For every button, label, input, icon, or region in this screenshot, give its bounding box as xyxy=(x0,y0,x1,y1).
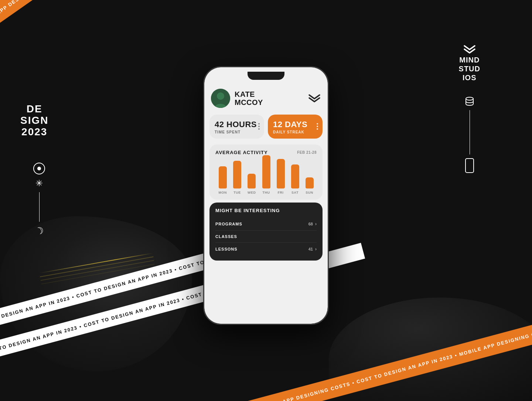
left-icons-group: ✳ ☽ xyxy=(33,163,45,237)
list-item-count: 68 xyxy=(308,222,313,226)
interesting-section: MIGHT BE INTERESTING PROGRAMS68›CLASSESL… xyxy=(209,203,323,261)
svg-point-0 xyxy=(466,97,473,100)
list-item-classes[interactable]: CLASSES xyxy=(215,231,317,243)
bar-label-wed: WED xyxy=(248,191,256,194)
bar-thu xyxy=(262,155,270,188)
bar-group-tue: TUE xyxy=(233,161,241,194)
right-icons-area xyxy=(464,96,475,173)
avatar-image xyxy=(211,89,230,108)
chevron-right-icon: › xyxy=(315,247,317,252)
activity-section: AVERAGE ACTIVITY FEB 21-28 MONTUEWEDTHUF… xyxy=(209,145,323,200)
chart-area: MONTUEWEDTHUFRISATSUN xyxy=(215,159,317,196)
chevron-right-icon: › xyxy=(315,221,317,227)
moon-icon: ☽ xyxy=(33,224,45,238)
stat-label-streak: DAILY STREAK xyxy=(273,130,317,134)
stat-dots-streak xyxy=(317,123,318,130)
mind-studios-text: MIND STUD IOS xyxy=(459,55,480,82)
bar-label-sun: SUN xyxy=(306,191,313,194)
list-item-count: 41 xyxy=(308,247,313,251)
vertical-divider-right xyxy=(470,110,470,154)
phone-screen: KATE MCCOY 42 HOURS TIME SPENT xyxy=(204,67,328,324)
bar-wed xyxy=(248,174,256,188)
user-info: KATE MCCOY xyxy=(211,89,263,108)
bar-label-tue: TUE xyxy=(233,191,241,194)
stat-card-streak[interactable]: 12 DAYS DAILY STREAK xyxy=(268,115,323,139)
design-text-line3: 2023 xyxy=(20,126,48,138)
phone-outer-shell: KATE MCCOY 42 HOURS TIME SPENT xyxy=(203,66,329,325)
vertical-divider-left xyxy=(39,192,40,222)
bar-fri xyxy=(277,159,285,188)
bar-label-thu: THU xyxy=(263,191,270,194)
stat-number-time: 42 HOURS xyxy=(215,120,259,129)
bar-group-fri: FRI xyxy=(277,159,285,194)
interesting-title: MIGHT BE INTERESTING xyxy=(215,208,317,213)
list-item-right: 41› xyxy=(308,247,317,252)
svg-point-2 xyxy=(217,92,224,100)
stats-row: 42 HOURS TIME SPENT 12 DAYS DAILY STREAK xyxy=(204,112,328,142)
phone-header: KATE MCCOY xyxy=(204,84,328,112)
phone-mockup: KATE MCCOY 42 HOURS TIME SPENT xyxy=(203,66,329,325)
menu-icon[interactable] xyxy=(308,92,321,105)
user-name: KATE MCCOY xyxy=(235,90,263,106)
activity-header: AVERAGE ACTIVITY FEB 21-28 xyxy=(215,150,317,155)
list-item-lessons[interactable]: LESSONS41› xyxy=(215,243,317,255)
bar-group-sat: SAT xyxy=(291,164,299,194)
activity-date: FEB 21-28 xyxy=(297,150,317,154)
stat-number-streak: 12 DAYS xyxy=(273,120,317,129)
phone-icon-right xyxy=(465,158,474,173)
interesting-list: PROGRAMS68›CLASSESLESSONS41› xyxy=(215,218,317,255)
design-text-line2: SIGN xyxy=(20,115,48,126)
list-item-label: CLASSES xyxy=(215,234,237,239)
stat-card-time[interactable]: 42 HOURS TIME SPENT xyxy=(209,115,264,139)
list-item-label: PROGRAMS xyxy=(215,222,242,226)
stat-label-time: TIME SPENT xyxy=(215,130,259,134)
bar-label-sat: SAT xyxy=(291,191,299,194)
bar-group-thu: THU xyxy=(262,155,270,194)
left-design-label: DE SIGN 2023 xyxy=(20,103,48,137)
database-icon xyxy=(464,96,475,106)
target-icon xyxy=(33,163,45,174)
mind-studios-icon xyxy=(463,44,476,54)
list-item-label: LESSONS xyxy=(215,247,238,251)
avatar xyxy=(211,89,230,108)
bar-tue xyxy=(233,161,241,188)
bar-sat xyxy=(291,164,299,188)
bar-label-mon: MON xyxy=(219,191,227,194)
bar-mon xyxy=(219,166,227,188)
bar-group-mon: MON xyxy=(219,166,227,194)
design-text-line1: DE xyxy=(20,103,48,115)
mind-studios-logo: MIND STUD IOS xyxy=(459,44,480,82)
menu-chevron-icon xyxy=(308,94,321,103)
phone-notch xyxy=(248,72,284,80)
bar-group-wed: WED xyxy=(248,174,256,194)
stat-dots-time xyxy=(258,123,260,130)
bar-label-fri: FRI xyxy=(278,191,284,194)
bar-group-sun: SUN xyxy=(306,177,314,194)
bar-sun xyxy=(306,177,314,188)
activity-title: AVERAGE ACTIVITY xyxy=(215,150,268,155)
sun-icon: ✳ xyxy=(34,178,44,188)
list-item-right: 68› xyxy=(308,221,317,227)
list-item-programs[interactable]: PROGRAMS68› xyxy=(215,218,317,231)
